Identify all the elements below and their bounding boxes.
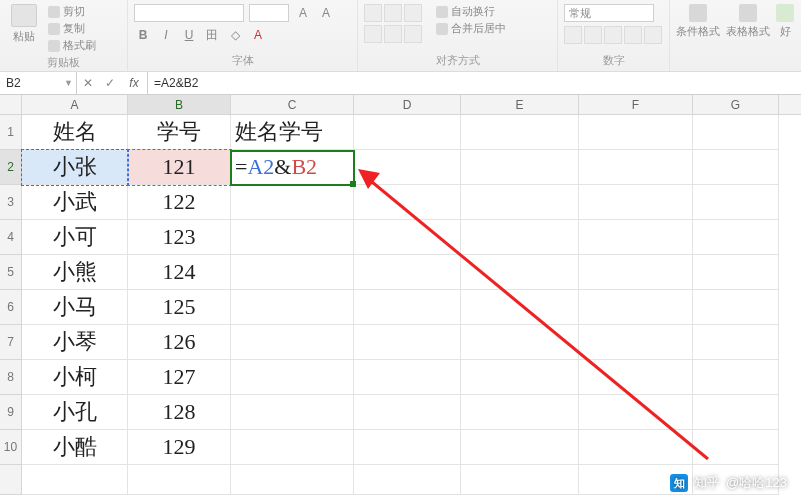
formula-confirm-button[interactable]: ✓ <box>99 76 121 90</box>
col-header-A[interactable]: A <box>22 95 128 114</box>
conditional-format-button[interactable]: 条件格式 <box>676 4 720 39</box>
currency-button[interactable] <box>564 26 582 44</box>
cell-A5[interactable]: 小熊 <box>22 255 128 290</box>
row-4: 4 小可 123 <box>0 220 801 255</box>
name-box[interactable]: B2 ▼ <box>0 72 77 94</box>
format-painter-button[interactable]: 格式刷 <box>48 38 96 53</box>
cell-A8[interactable]: 小柯 <box>22 360 128 395</box>
cell-D1[interactable] <box>354 115 461 150</box>
cell-A9[interactable]: 小孔 <box>22 395 128 430</box>
cell-C3[interactable] <box>231 185 354 220</box>
cell-C2[interactable]: =A2&B2 <box>231 150 354 185</box>
cell-B2[interactable]: 121 <box>128 150 231 185</box>
row-header-8[interactable]: 8 <box>0 360 22 395</box>
wrap-text-button[interactable]: 自动换行 <box>436 4 506 19</box>
decrease-decimal-button[interactable] <box>644 26 662 44</box>
row-header-2[interactable]: 2 <box>0 150 22 185</box>
row-header-10[interactable]: 10 <box>0 430 22 465</box>
row-5: 5 小熊 124 <box>0 255 801 290</box>
increase-decimal-button[interactable] <box>624 26 642 44</box>
align-bottom-button[interactable] <box>404 4 422 22</box>
fx-icon[interactable]: fx <box>121 76 147 90</box>
merge-center-button[interactable]: 合并后居中 <box>436 21 506 36</box>
cell-B10[interactable]: 129 <box>128 430 231 465</box>
col-header-G[interactable]: G <box>693 95 779 114</box>
fill-color-button[interactable]: ◇ <box>226 26 244 44</box>
cell-E1[interactable] <box>461 115 579 150</box>
cell-E2[interactable] <box>461 150 579 185</box>
font-family-select[interactable] <box>134 4 244 22</box>
cell-A10[interactable]: 小酷 <box>22 430 128 465</box>
row-header-9[interactable]: 9 <box>0 395 22 430</box>
cell-B5[interactable]: 124 <box>128 255 231 290</box>
bold-button[interactable]: B <box>134 26 152 44</box>
wrap-icon <box>436 6 448 18</box>
cell-C2-formula: =A2&B2 <box>235 154 317 180</box>
worksheet[interactable]: A B C D E F G 1 姓名 学号 姓名学号 2 小张 121 =A2&… <box>0 95 801 500</box>
cell-A1[interactable]: 姓名 <box>22 115 128 150</box>
row-header-3[interactable]: 3 <box>0 185 22 220</box>
row-header-1[interactable]: 1 <box>0 115 22 150</box>
cell-C1[interactable]: 姓名学号 <box>231 115 354 150</box>
formula-input[interactable]: =A2&B2 <box>148 72 801 94</box>
cell-B9[interactable]: 128 <box>128 395 231 430</box>
cell-style-button[interactable]: 好 <box>776 4 794 39</box>
select-all-corner[interactable] <box>0 95 22 114</box>
font-color-button[interactable]: A <box>249 26 267 44</box>
col-header-C[interactable]: C <box>231 95 354 114</box>
border-button[interactable]: 田 <box>203 26 221 44</box>
align-top-button[interactable] <box>364 4 382 22</box>
name-box-dropdown-icon[interactable]: ▼ <box>64 78 73 88</box>
row-header-7[interactable]: 7 <box>0 325 22 360</box>
font-size-select[interactable] <box>249 4 289 22</box>
comma-button[interactable] <box>604 26 622 44</box>
align-left-button[interactable] <box>364 25 382 43</box>
italic-button[interactable]: I <box>157 26 175 44</box>
row-7: 7 小琴 126 <box>0 325 801 360</box>
row-header-11[interactable] <box>0 465 22 495</box>
cell-B3[interactable]: 122 <box>128 185 231 220</box>
row-header-4[interactable]: 4 <box>0 220 22 255</box>
number-format-select[interactable]: 常规 <box>564 4 654 22</box>
decrease-font-button[interactable]: A <box>317 4 335 22</box>
copy-icon <box>48 23 60 35</box>
cell-A7[interactable]: 小琴 <box>22 325 128 360</box>
col-header-D[interactable]: D <box>354 95 461 114</box>
cell-B7[interactable]: 126 <box>128 325 231 360</box>
row-8: 8 小柯 127 <box>0 360 801 395</box>
increase-font-button[interactable]: A <box>294 4 312 22</box>
cut-button[interactable]: 剪切 <box>48 4 96 19</box>
align-right-button[interactable] <box>404 25 422 43</box>
cell-A4[interactable]: 小可 <box>22 220 128 255</box>
col-header-F[interactable]: F <box>579 95 693 114</box>
cell-G1[interactable] <box>693 115 779 150</box>
cell-B4[interactable]: 123 <box>128 220 231 255</box>
cell-A2[interactable]: 小张 <box>22 150 128 185</box>
align-center-button[interactable] <box>384 25 402 43</box>
cell-D2[interactable] <box>354 150 461 185</box>
cell-A3[interactable]: 小武 <box>22 185 128 220</box>
cell-B8[interactable]: 127 <box>128 360 231 395</box>
percent-button[interactable] <box>584 26 602 44</box>
row-header-5[interactable]: 5 <box>0 255 22 290</box>
formula-input-text: =A2&B2 <box>154 76 198 90</box>
copy-button[interactable]: 复制 <box>48 21 96 36</box>
formula-cancel-button[interactable]: ✕ <box>77 76 99 90</box>
align-middle-button[interactable] <box>384 4 402 22</box>
cell-B1[interactable]: 学号 <box>128 115 231 150</box>
cell-B6[interactable]: 125 <box>128 290 231 325</box>
cell-G2[interactable] <box>693 150 779 185</box>
col-header-E[interactable]: E <box>461 95 579 114</box>
ribbon-group-alignment: 自动换行 合并后居中 对齐方式 <box>358 0 558 71</box>
cell-F1[interactable] <box>579 115 693 150</box>
cell-F2[interactable] <box>579 150 693 185</box>
underline-button[interactable]: U <box>180 26 198 44</box>
cell-A6[interactable]: 小马 <box>22 290 128 325</box>
table-format-icon <box>739 4 757 22</box>
ribbon-group-clipboard: 粘贴 剪切 复制 格式刷 剪贴板 <box>0 0 128 71</box>
row-6: 6 小马 125 <box>0 290 801 325</box>
col-header-B[interactable]: B <box>128 95 231 114</box>
table-format-button[interactable]: 表格格式 <box>726 4 770 39</box>
paste-button[interactable]: 粘贴 <box>6 4 42 44</box>
row-header-6[interactable]: 6 <box>0 290 22 325</box>
